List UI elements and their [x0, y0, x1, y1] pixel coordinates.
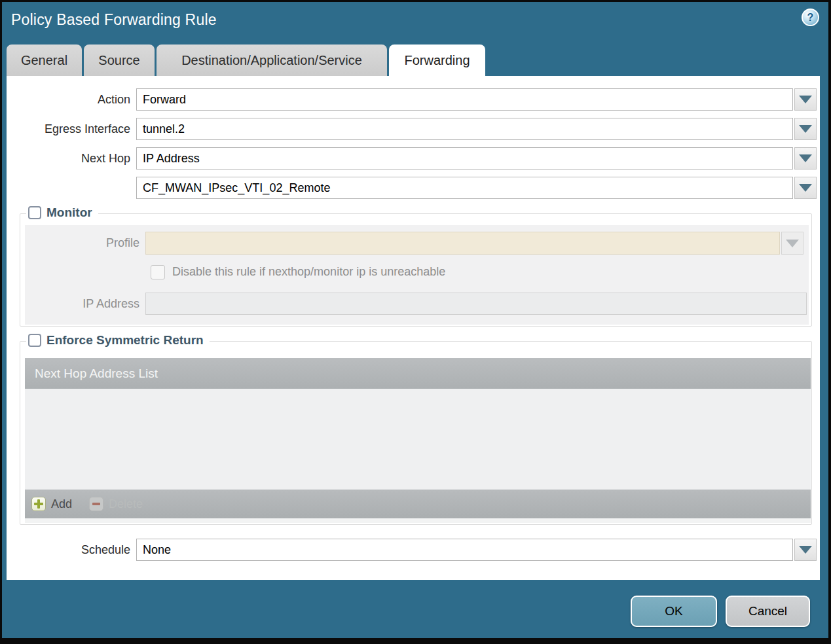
enforce-legend-label: Enforce Symmetric Return — [46, 333, 204, 348]
next-hop-address-select[interactable]: CF_MWAN_IPsec_VTI_02_Remote — [136, 177, 793, 199]
chevron-down-icon — [799, 546, 812, 554]
next-hop-address-value: CF_MWAN_IPsec_VTI_02_Remote — [143, 181, 330, 195]
next-hop-type-value: IP Address — [143, 152, 200, 166]
next-hop-address-row: CF_MWAN_IPsec_VTI_02_Remote — [7, 177, 817, 199]
delete-button-disabled: Delete — [89, 497, 143, 511]
add-button-label: Add — [51, 497, 72, 511]
schedule-dropdown-button[interactable] — [794, 539, 817, 561]
egress-interface-value: tunnel.2 — [143, 122, 185, 136]
tab-source[interactable]: Source — [84, 45, 155, 76]
enforce-legend: Enforce Symmetric Return — [26, 333, 210, 348]
profile-label: Profile — [25, 232, 145, 255]
monitor-legend-label: Monitor — [46, 206, 92, 220]
next-hop-address-list-header: Next Hop Address List — [25, 358, 811, 389]
help-icon[interactable]: ? — [802, 9, 819, 26]
screenshot-frame: Policy Based Forwarding Rule ? General S… — [0, 0, 831, 644]
title-bar: Policy Based Forwarding Rule ? — [2, 2, 828, 45]
egress-interface-dropdown-button[interactable] — [794, 118, 817, 140]
chevron-down-icon — [786, 240, 799, 247]
next-hop-label: Next Hop — [7, 147, 136, 170]
chevron-down-icon — [799, 125, 812, 133]
plus-icon — [31, 497, 46, 511]
monitor-section: Monitor Profile Disable this r — [20, 213, 812, 327]
dialog-title: Policy Based Forwarding Rule — [11, 11, 217, 29]
chevron-down-icon — [799, 184, 812, 192]
pbf-rule-dialog: Policy Based Forwarding Rule ? General S… — [2, 2, 828, 638]
cancel-button[interactable]: Cancel — [726, 596, 810, 627]
profile-row: Profile — [25, 232, 803, 255]
ok-button[interactable]: OK — [631, 596, 717, 627]
delete-button-label: Delete — [109, 497, 143, 511]
schedule-row: Schedule None — [7, 539, 817, 561]
chevron-down-icon — [799, 96, 812, 103]
monitor-checkbox[interactable] — [28, 206, 41, 219]
table-bottom-strip — [25, 518, 811, 523]
monitor-ip-address-row: IP Address — [25, 293, 803, 315]
next-hop-address-list-table: Next Hop Address List Add Delete — [25, 358, 811, 523]
minus-icon — [89, 497, 103, 511]
disable-rule-checkbox-disabled — [151, 265, 165, 279]
forwarding-tab-panel: Action Forward Egress Interface tunnel.2 — [7, 76, 820, 580]
action-value: Forward — [143, 93, 186, 107]
action-select[interactable]: Forward — [136, 88, 793, 111]
tab-bar: General Source Destination/Application/S… — [7, 45, 485, 76]
next-hop-type-select[interactable]: IP Address — [136, 147, 793, 170]
tab-forwarding[interactable]: Forwarding — [389, 45, 485, 76]
monitor-ip-address-input-disabled — [145, 293, 807, 315]
add-button[interactable]: Add — [31, 497, 72, 511]
action-row: Action Forward — [7, 88, 817, 111]
egress-interface-row: Egress Interface tunnel.2 — [7, 118, 817, 140]
monitor-legend: Monitor — [26, 206, 98, 220]
enforce-symmetric-return-section: Enforce Symmetric Return Next Hop Addres… — [20, 341, 812, 525]
next-hop-address-label — [7, 177, 136, 199]
next-hop-address-dropdown-button[interactable] — [794, 177, 817, 199]
action-dropdown-button[interactable] — [794, 88, 817, 111]
chevron-down-icon — [799, 154, 812, 162]
egress-interface-select[interactable]: tunnel.2 — [136, 118, 793, 140]
schedule-label: Schedule — [7, 539, 136, 561]
monitor-ip-address-label: IP Address — [25, 293, 145, 315]
tab-destination-application-service[interactable]: Destination/Application/Service — [157, 45, 387, 76]
next-hop-address-list-body[interactable] — [25, 389, 811, 490]
next-hop-row: Next Hop IP Address — [7, 147, 817, 170]
next-hop-dropdown-button[interactable] — [794, 147, 817, 170]
profile-select-disabled — [145, 232, 780, 255]
profile-dropdown-button-disabled — [781, 232, 803, 255]
tab-general[interactable]: General — [7, 45, 82, 76]
schedule-select[interactable]: None — [136, 539, 793, 561]
disable-rule-checkbox-label: Disable this rule if nexthop/monitor ip … — [172, 265, 445, 279]
disable-rule-row: Disable this rule if nexthop/monitor ip … — [151, 264, 809, 279]
enforce-symmetric-return-checkbox[interactable] — [28, 334, 41, 347]
help-glyph: ? — [807, 12, 814, 23]
action-label: Action — [7, 88, 136, 111]
next-hop-address-list-toolbar: Add Delete — [25, 490, 811, 518]
monitor-panel: Profile Disable this rule if nexthop/mon… — [25, 225, 809, 325]
schedule-value: None — [143, 543, 171, 557]
egress-interface-label: Egress Interface — [7, 118, 136, 140]
